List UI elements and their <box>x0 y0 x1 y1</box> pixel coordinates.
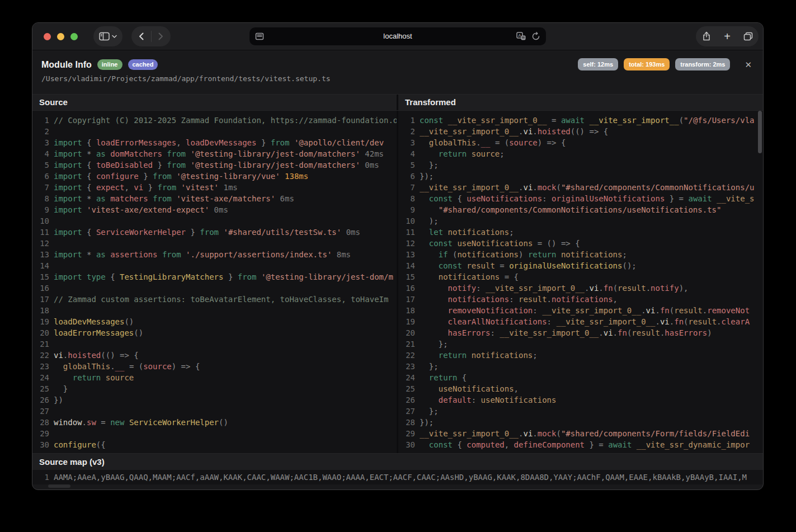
line-number: 10 <box>398 215 415 227</box>
code-line: 27 <box>32 406 397 417</box>
line-number: 4 <box>32 148 49 159</box>
code-line: 24 return { <box>398 372 763 383</box>
code-line: 13import * as assertions from './support… <box>32 249 397 260</box>
cached-badge: cached <box>128 59 158 70</box>
panels-header: Source Transformed <box>32 94 763 111</box>
code-line: 12 const useNotifications = () => { <box>398 238 763 249</box>
reload-button[interactable] <box>531 32 540 41</box>
code-line: 15import type { TestingLibraryMatchers }… <box>32 271 397 283</box>
line-number: 20 <box>398 327 415 338</box>
line-number: 21 <box>32 338 49 350</box>
sidebar-icon <box>99 32 110 41</box>
code-line: 9import 'vitest-axe/extend-expect' 0ms <box>32 204 397 215</box>
line-number: 13 <box>32 249 49 260</box>
translate-icon[interactable]: A <box>516 32 526 41</box>
close-icon: ✕ <box>745 60 752 69</box>
code-line: 23 globalThis.__ = (source) => { <box>32 361 397 372</box>
close-window-button[interactable] <box>44 33 51 40</box>
code-line: 16 notify: __vite_ssr_import_0__.vi.fn(r… <box>398 283 763 294</box>
line-number: 22 <box>398 350 415 361</box>
line-number: 24 <box>398 372 415 383</box>
line-number: 3 <box>32 137 49 148</box>
line-number: 23 <box>32 361 49 372</box>
code-line: 5import { toBeDisabled } from '@testing-… <box>32 159 397 171</box>
line-number: 19 <box>398 316 415 327</box>
share-button[interactable] <box>696 26 717 46</box>
new-tab-button[interactable]: + <box>717 26 738 46</box>
line-number: 28 <box>398 417 415 428</box>
line-number: 11 <box>32 227 49 238</box>
address-bar[interactable]: localhost A <box>249 27 546 45</box>
code-line: 7__vite_ssr_import_0__.vi.mock("#shared/… <box>398 182 763 193</box>
code-line: 24 return source <box>32 372 397 383</box>
code-line: 18 <box>32 305 397 316</box>
svg-text:A: A <box>518 33 521 38</box>
code-line: 25 } <box>32 383 397 394</box>
code-line: 10 <box>32 215 397 227</box>
line-number: 30 <box>32 439 49 450</box>
code-line: 20 hasErrors: __vite_ssr_import_0__.vi.f… <box>398 327 763 338</box>
forward-button[interactable] <box>152 26 171 46</box>
code-line: 26}) <box>32 394 397 406</box>
module-file-path: /Users/vladimir/Projects/zammad/app/fron… <box>41 74 752 83</box>
back-button[interactable] <box>132 26 151 46</box>
line-number: 16 <box>398 283 415 294</box>
code-line: 2__vite_ssr_import_0__.vi.hoisted(() => … <box>398 126 763 137</box>
tabs-icon <box>743 32 753 41</box>
code-line: 22vi.hoisted(() => { <box>32 350 397 361</box>
code-line: 17// Zammad custom assertions: toBeAvata… <box>32 294 397 305</box>
code-line: 14 <box>32 260 397 271</box>
code-line: 29 <box>32 428 397 439</box>
code-line: 19loadDevMessages() <box>32 316 397 327</box>
code-line: 13 if (notifications) return notificatio… <box>398 249 763 260</box>
page-title: Module Info <box>41 59 92 70</box>
line-number: 2 <box>398 126 415 137</box>
line-number: 3 <box>398 137 415 148</box>
line-number: 30 <box>398 439 415 450</box>
code-line: 25 useNotifications, <box>398 383 763 394</box>
line-number: 16 <box>32 283 49 294</box>
code-line: 26 default: useNotifications <box>398 394 763 406</box>
transformed-code-panel[interactable]: 1const __vite_ssr_import_0__ = await __v… <box>398 111 763 453</box>
chevron-down-icon <box>112 35 117 38</box>
source-code-panel[interactable]: 1// Copyright (C) 2012-2025 Zammad Found… <box>32 111 397 453</box>
total-time-badge: total: 193ms <box>624 58 670 70</box>
inline-badge: inline <box>97 59 123 70</box>
line-number: 4 <box>398 148 415 159</box>
sourcemap-line[interactable]: 1 AAMA;AAeA,yBAAG,QAAQ,MAAM;AACf,aAAW,KA… <box>32 470 763 484</box>
code-line: 12 <box>32 238 397 249</box>
code-line: 6import { configure } from '@testing-lib… <box>32 171 397 182</box>
browser-window: localhost A <box>32 22 764 490</box>
line-number: 9 <box>398 204 415 215</box>
line-number: 14 <box>32 260 49 271</box>
code-line: 4 return source; <box>398 148 763 159</box>
line-number: 23 <box>398 361 415 372</box>
code-line: 17 notifications: result.notifications, <box>398 294 763 305</box>
sidebar-toggle-button[interactable] <box>93 26 123 46</box>
line-number: 18 <box>32 305 49 316</box>
close-panel-button[interactable]: ✕ <box>745 60 752 69</box>
tab-overview-button[interactable] <box>738 26 759 46</box>
line-number: 18 <box>398 305 415 316</box>
code-line: 28window.sw = new ServiceWorkerHelper() <box>32 417 397 428</box>
code-line: 11 let notifications; <box>398 227 763 238</box>
line-number: 1 <box>32 470 49 484</box>
sourcemap-title: Source map (v3) <box>32 453 763 470</box>
line-number: 14 <box>398 260 415 271</box>
code-line: 21 }; <box>398 338 763 350</box>
line-number: 28 <box>32 417 49 428</box>
line-number: 13 <box>398 249 415 260</box>
timing-badges: self: 12ms total: 193ms transform: 2ms <box>578 58 730 70</box>
horizontal-scrollbar[interactable] <box>48 484 70 488</box>
code-line: 23 }; <box>398 361 763 372</box>
line-number: 22 <box>32 350 49 361</box>
vertical-scrollbar[interactable] <box>758 111 762 153</box>
line-number: 27 <box>32 406 49 417</box>
line-number: 11 <box>398 227 415 238</box>
line-number: 12 <box>398 238 415 249</box>
line-number: 17 <box>32 294 49 305</box>
code-line: 19 clearAllNotifications: __vite_ssr_imp… <box>398 316 763 327</box>
minimize-window-button[interactable] <box>57 33 64 40</box>
code-line: 7import { expect, vi } from 'vitest' 1ms <box>32 182 397 193</box>
zoom-window-button[interactable] <box>70 33 78 40</box>
